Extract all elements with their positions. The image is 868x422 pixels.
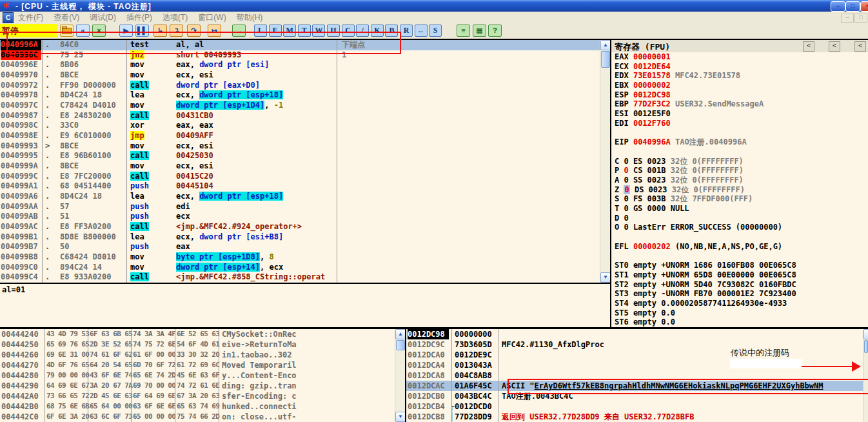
menu-item-2[interactable]: 调试(D): [90, 12, 116, 23]
disasm-row[interactable]: 004099AC.E8 FF3A0200call<jmp.&MFC42.#924…: [0, 222, 600, 232]
dump-row[interactable]: 0044428079 00 00 0043 6F 6E 7465 6E 74 2…: [0, 370, 395, 381]
disasm-row[interactable]: 0040996E.8B06moveax, dword ptr [esi]: [0, 60, 600, 70]
collapse-registers-button[interactable]: <: [854, 41, 866, 52]
register-line[interactable]: [611, 128, 868, 138]
disasm-row[interactable]: 00409993>8BCEmovecx, esi: [0, 141, 600, 152]
register-line[interactable]: S 0 FS 003B 32位 7FFDF000(FFF): [611, 194, 868, 204]
menu-item-0[interactable]: 文件(F): [18, 12, 43, 23]
disasm-row[interactable]: 0040999A.8BCEmovecx, esi: [0, 161, 600, 172]
dump-row[interactable]: 0044429064 69 6E 673A 20 67 7A69 70 00 0…: [0, 381, 395, 391]
register-line[interactable]: ST3 empty -UNORM FB70 000001E2 7C923400: [611, 289, 868, 299]
menu-item-6[interactable]: 帮助(H): [237, 12, 263, 23]
dump-row[interactable]: 0044426069 6E 31 0074 61 6F 6261 6F 00 0…: [0, 350, 395, 360]
register-line[interactable]: EBX 00000002: [611, 81, 868, 90]
register-line[interactable]: ESP 0012DC98: [611, 90, 868, 100]
dump-row[interactable]: 0044424043 4D 79 536F 63 6B 6574 3A 3A 4…: [0, 329, 395, 339]
appearance-button[interactable]: ▦: [473, 25, 486, 37]
mdi-restore-button[interactable]: □: [854, 14, 867, 23]
register-line[interactable]: A 0 SS 0023 32位 0(FFFFFFFF): [611, 176, 868, 185]
restore-button[interactable]: □: [845, 1, 860, 12]
mdi-minimize-button[interactable]: –: [841, 14, 854, 23]
register-line[interactable]: ST5 empty 0.0: [611, 308, 868, 318]
stack-row[interactable]: 0012DCB8│77D28DD9返回到 USER32.77D28DD9 来自 …: [406, 412, 863, 422]
disasm-row[interactable]: 004099B8.C68424 D8010movbyte ptr [esp+1D…: [0, 252, 600, 263]
scroll-up-button[interactable]: ▲: [395, 329, 406, 339]
disasm-row[interactable]: 00409987.E8 24830200call00431CB0: [0, 111, 600, 121]
dump-row[interactable]: 004442B068 75 6E 6B65 64 00 0063 6F 6E 6…: [0, 401, 395, 412]
letter-button-S[interactable]: S: [429, 25, 442, 37]
disassembly-pane[interactable]: 0040996A.84C0testal, al下端点0040996C.75 25…: [0, 40, 600, 283]
disasm-row[interactable]: 004099A6.8D4C24 18leaecx, dword ptr [esp…: [0, 192, 600, 202]
collapse-registers-button[interactable]: <: [803, 41, 814, 52]
scroll-down-button[interactable]: ▼: [600, 272, 611, 283]
disasm-scrollbar[interactable]: ▲ ▼: [600, 40, 610, 283]
disasm-row[interactable]: 004099C0.894C24 14movdword ptr [esp+14],…: [0, 263, 600, 273]
menu-item-1[interactable]: 查看(V): [54, 12, 79, 23]
register-line[interactable]: Z 0 DS 0023 32位 0(FFFFFFFF): [611, 185, 868, 195]
register-line[interactable]: O 0 LastErr ERROR_SUCCESS (00000000): [611, 223, 868, 232]
register-line[interactable]: EBP 77D2F3C2 USER32.SendMessageA: [611, 99, 868, 109]
register-line[interactable]: P 0 CS 001B 32位 0(FFFFFFFF): [611, 166, 868, 176]
disasm-row[interactable]: 00409978.8D4C24 18leaecx, dword ptr [esp…: [0, 90, 600, 101]
register-line[interactable]: ST1 empty +UNORM 65D8 00E00000 00E065C8: [611, 270, 868, 280]
scroll-up-button[interactable]: [863, 329, 868, 339]
dump-row[interactable]: 004442704D 6F 76 6564 20 54 656D 70 6F 7…: [0, 360, 395, 370]
stack-row[interactable]: 0012DC9800000000: [406, 329, 863, 339]
minimize-button[interactable]: –: [831, 1, 845, 12]
scrollbar-thumb[interactable]: [864, 340, 868, 353]
register-line[interactable]: EAX 00000001: [611, 52, 868, 62]
scroll-down-button[interactable]: ▼: [395, 412, 406, 422]
register-line[interactable]: [611, 251, 868, 261]
register-line[interactable]: EDX 73E01578 MFC42.73E01578: [611, 71, 868, 81]
disasm-row[interactable]: 004099A1.68 04514400push00445104: [0, 181, 600, 192]
scrollbar-thumb[interactable]: [396, 340, 405, 350]
disasm-row[interactable]: 0040999C.E8 7FC20000call00415C20: [0, 172, 600, 182]
register-line[interactable]: ECX 0012DE64: [611, 62, 868, 72]
register-line[interactable]: ST2 empty +UNORM 5D40 7C93082C 0160FBDC: [611, 280, 868, 290]
dump-row[interactable]: 004442C06F 6E 3A 2063 6C 6F 7365 00 00 0…: [0, 412, 395, 422]
dump-row[interactable]: 0044425065 69 76 652D 3E 52 6574 75 72 6…: [0, 339, 395, 350]
disasm-row[interactable]: 0040998E.E9 6C010000jmp00409AFF: [0, 131, 600, 141]
register-line[interactable]: EDI 0012F760: [611, 119, 868, 128]
stack-pane[interactable]: 0012DC98000000000012DC9C73D3605DMFC42.#1…: [406, 329, 863, 422]
disasm-row[interactable]: 004099C4.E8 933A0200call<jmp.&MFC42.#858…: [0, 272, 600, 283]
menu-item-5[interactable]: 窗口(W): [198, 12, 226, 23]
close-button[interactable]: ×: [860, 1, 868, 12]
disasm-row[interactable]: 00409970.8BCEmovecx, esi: [0, 70, 600, 81]
registers-pane[interactable]: EAX 00000001ECX 0012DE64EDX 73E01578 MFC…: [611, 52, 868, 327]
register-line[interactable]: ESI 0012E5F0: [611, 109, 868, 119]
dump-scrollbar[interactable]: ▲ ▼: [395, 329, 405, 422]
dump-row[interactable]: 004442A073 66 65 722D 45 6E 636F 64 69 6…: [0, 391, 395, 401]
stack-row[interactable]: 0012DC9C73D3605DMFC42.#1130_AfxDlgProc: [406, 339, 863, 350]
register-line[interactable]: ST4 empty 0.0000205877411264930e-4933: [611, 299, 868, 308]
stack-row[interactable]: 0012DCB4┌0012DCD0: [406, 401, 863, 412]
menu-item-4[interactable]: 选项(T): [163, 12, 188, 23]
menu-item-3[interactable]: 插件(P): [126, 12, 152, 23]
stack-scrollbar[interactable]: [863, 329, 868, 422]
letter-button-dots[interactable]: ...: [415, 25, 428, 37]
register-line[interactable]: EIP 0040996A TAO注册.0040996A: [611, 137, 868, 147]
register-line[interactable]: ST0 empty +UNORM 1686 0160FB08 00E065C8: [611, 261, 868, 270]
disasm-row[interactable]: 004099AA.57pushedi: [0, 202, 600, 212]
register-line[interactable]: C 0 ES 0023 32位 0(FFFFFFFF): [611, 157, 868, 166]
scroll-up-button[interactable]: ▲: [600, 40, 611, 50]
disasm-row[interactable]: 004099AB.51pushecx: [0, 212, 600, 222]
letter-button-R[interactable]: R: [400, 25, 413, 37]
register-line[interactable]: EFL 00000202 (NO,NB,NE,A,NS,PO,GE,G): [611, 242, 868, 252]
help-button[interactable]: ?: [488, 25, 502, 37]
collapse-registers-button[interactable]: <: [829, 41, 840, 52]
disasm-row[interactable]: 00409972.FF90 D000000calldword ptr [eax+…: [0, 81, 600, 91]
disasm-row[interactable]: 0040997C.C78424 D4010movdword ptr [esp+1…: [0, 101, 600, 111]
register-line[interactable]: [611, 147, 868, 157]
disasm-row[interactable]: 004099B1.8D8E B800000leaecx, dword ptr […: [0, 232, 600, 243]
log-window-button[interactable]: ≡: [457, 25, 470, 37]
register-line[interactable]: T 0 GS 0000 NULL: [611, 204, 868, 214]
scrollbar-thumb[interactable]: [601, 51, 610, 68]
disasm-row[interactable]: 004099B7.50pusheax: [0, 242, 600, 252]
disasm-row[interactable]: 0040998C.33C0xoreax, eax: [0, 121, 600, 131]
register-line[interactable]: ST6 empty 0.0: [611, 317, 868, 327]
register-line[interactable]: D 0: [611, 214, 868, 223]
disasm-row[interactable]: 00409995.E8 96B60100call00425030: [0, 151, 600, 161]
memory-dump-pane[interactable]: 0044424043 4D 79 536F 63 6B 6574 3A 3A 4…: [0, 329, 395, 422]
register-line[interactable]: [611, 232, 868, 242]
